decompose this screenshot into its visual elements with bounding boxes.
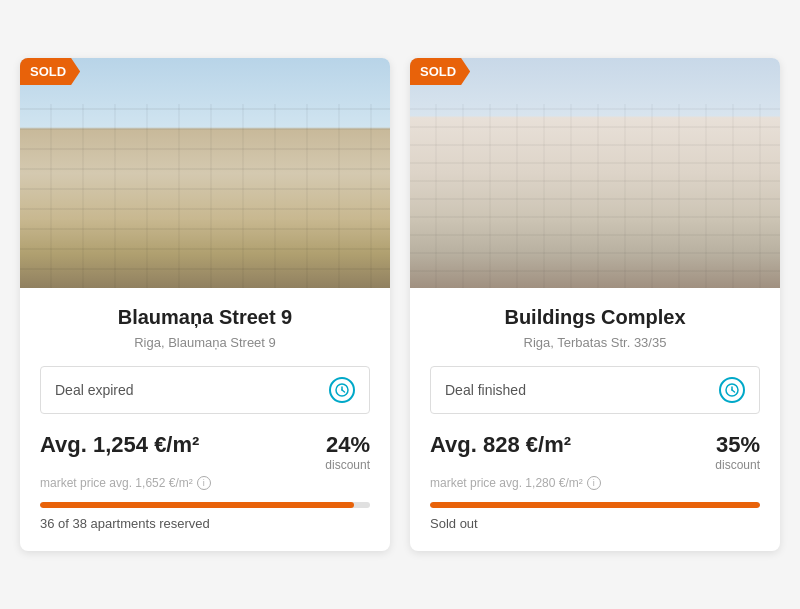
card-image-wrapper: SOLD bbox=[20, 58, 390, 288]
progress-bar bbox=[430, 502, 760, 508]
progress-bar-fill bbox=[40, 502, 354, 508]
clock-icon bbox=[329, 377, 355, 403]
property-name: Blaumaņa Street 9 bbox=[40, 306, 370, 329]
property-card-1[interactable]: SOLD Blaumaņa Street 9 Riga, Blaumaņa St… bbox=[20, 58, 390, 551]
sold-out-text: Sold out bbox=[430, 516, 760, 531]
reserved-text: 36 of 38 apartments reserved bbox=[40, 516, 370, 531]
pricing-section: Avg. 1,254 €/m² 24% discount bbox=[40, 432, 370, 472]
deal-status-text: Deal expired bbox=[55, 382, 134, 398]
property-card-2[interactable]: SOLD Buildings Complex Riga, Terbatas St… bbox=[410, 58, 780, 551]
discount-percent: 24% bbox=[326, 432, 370, 457]
property-name: Buildings Complex bbox=[430, 306, 760, 329]
info-icon: i bbox=[587, 476, 601, 490]
svg-line-2 bbox=[342, 390, 345, 392]
sold-badge: SOLD bbox=[20, 58, 80, 85]
deal-status-text: Deal finished bbox=[445, 382, 526, 398]
clock-icon bbox=[719, 377, 745, 403]
discount-label: discount bbox=[715, 458, 760, 472]
property-address: Riga, Blaumaņa Street 9 bbox=[40, 335, 370, 350]
deal-status-box: Deal expired bbox=[40, 366, 370, 414]
property-address: Riga, Terbatas Str. 33/35 bbox=[430, 335, 760, 350]
market-price: market price avg. 1,280 €/m² i bbox=[430, 476, 760, 490]
info-icon: i bbox=[197, 476, 211, 490]
discount-block: 35% discount bbox=[715, 432, 760, 472]
property-cards-container: SOLD Blaumaņa Street 9 Riga, Blaumaņa St… bbox=[20, 58, 780, 551]
market-price-text: market price avg. 1,652 €/m² bbox=[40, 476, 193, 490]
deal-status-box: Deal finished bbox=[430, 366, 760, 414]
progress-bar-fill bbox=[430, 502, 760, 508]
property-image bbox=[410, 58, 780, 288]
progress-bar bbox=[40, 502, 370, 508]
discount-label: discount bbox=[325, 458, 370, 472]
svg-line-5 bbox=[732, 390, 735, 392]
card-body: Buildings Complex Riga, Terbatas Str. 33… bbox=[410, 288, 780, 551]
market-price: market price avg. 1,652 €/m² i bbox=[40, 476, 370, 490]
discount-percent: 35% bbox=[716, 432, 760, 457]
card-image-wrapper: SOLD bbox=[410, 58, 780, 288]
avg-price: Avg. 1,254 €/m² bbox=[40, 432, 199, 458]
market-price-text: market price avg. 1,280 €/m² bbox=[430, 476, 583, 490]
sold-badge: SOLD bbox=[410, 58, 470, 85]
avg-price: Avg. 828 €/m² bbox=[430, 432, 571, 458]
discount-block: 24% discount bbox=[325, 432, 370, 472]
pricing-section: Avg. 828 €/m² 35% discount bbox=[430, 432, 760, 472]
property-image bbox=[20, 58, 390, 288]
card-body: Blaumaņa Street 9 Riga, Blaumaņa Street … bbox=[20, 288, 390, 551]
